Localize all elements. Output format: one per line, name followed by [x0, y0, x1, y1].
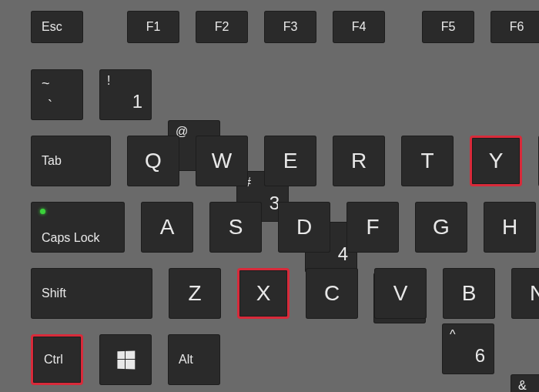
- key-e[interactable]: E: [264, 136, 316, 186]
- keyboard: Esc F1 F2 F3 F4 F5 F6 ~ ` ! 1 @ 2 # 3 $ …: [0, 0, 539, 392]
- key-q[interactable]: Q: [127, 136, 179, 186]
- key-7[interactable]: & 7: [511, 374, 539, 392]
- key-f3[interactable]: F3: [264, 11, 316, 43]
- key-x[interactable]: X: [237, 268, 290, 319]
- key-label: B: [462, 281, 477, 306]
- key-label: F4: [352, 20, 367, 34]
- key-label: C: [324, 281, 340, 306]
- key-label: F1: [146, 20, 161, 34]
- key-upper: ~: [42, 75, 50, 92]
- key-label: Y: [489, 149, 504, 173]
- key-z[interactable]: Z: [169, 268, 221, 319]
- key-label: S: [229, 215, 243, 240]
- key-label: Alt: [179, 353, 193, 367]
- key-r[interactable]: R: [333, 136, 385, 186]
- key-label: G: [433, 215, 450, 240]
- key-label: N: [530, 281, 539, 306]
- key-label: F2: [215, 20, 229, 34]
- key-g[interactable]: G: [415, 202, 467, 253]
- key-1[interactable]: ! 1: [99, 69, 152, 120]
- key-label: F3: [283, 20, 298, 34]
- key-label: V: [393, 281, 408, 306]
- key-label: E: [283, 149, 298, 173]
- key-f[interactable]: F: [346, 202, 399, 253]
- key-label: F: [366, 215, 379, 240]
- key-w[interactable]: W: [196, 136, 248, 186]
- key-label: F6: [510, 20, 524, 34]
- key-upper: ^: [450, 328, 456, 342]
- key-f4[interactable]: F4: [333, 11, 385, 43]
- key-upper: !: [107, 74, 110, 88]
- key-label: D: [296, 215, 312, 240]
- key-label: Ctrl: [44, 353, 63, 367]
- key-backtick[interactable]: ~ `: [31, 69, 83, 120]
- key-lower: 6: [475, 345, 485, 367]
- key-upper: &: [518, 379, 527, 392]
- key-label: X: [256, 281, 271, 306]
- key-v[interactable]: V: [374, 268, 427, 319]
- key-label: Esc: [42, 20, 62, 34]
- key-c[interactable]: C: [306, 268, 358, 319]
- key-shift[interactable]: Shift: [31, 268, 152, 319]
- key-lower: `: [48, 98, 52, 114]
- key-f5[interactable]: F5: [422, 11, 474, 43]
- key-label: Caps Lock: [42, 231, 100, 253]
- key-f6[interactable]: F6: [490, 11, 539, 43]
- key-b[interactable]: B: [443, 268, 495, 319]
- key-windows[interactable]: [99, 334, 152, 385]
- key-tab[interactable]: Tab: [31, 136, 111, 186]
- key-ctrl[interactable]: Ctrl: [31, 334, 83, 385]
- key-label: A: [160, 215, 175, 240]
- key-label: F5: [441, 20, 456, 34]
- key-label: Shift: [42, 286, 66, 300]
- key-a[interactable]: A: [141, 202, 193, 253]
- key-label: Z: [188, 281, 201, 306]
- key-label: Q: [145, 149, 162, 173]
- key-y[interactable]: Y: [470, 136, 522, 186]
- windows-icon: [117, 351, 134, 369]
- key-label: R: [351, 149, 367, 173]
- key-t[interactable]: T: [401, 136, 454, 186]
- key-f1[interactable]: F1: [127, 11, 179, 43]
- key-lower: 1: [132, 91, 142, 112]
- key-label: T: [420, 149, 434, 173]
- key-n[interactable]: N: [511, 268, 539, 319]
- key-alt[interactable]: Alt: [168, 334, 220, 385]
- key-label: W: [212, 149, 232, 173]
- key-6[interactable]: ^ 6: [442, 323, 494, 374]
- key-f2[interactable]: F2: [196, 11, 248, 43]
- key-d[interactable]: D: [278, 202, 330, 253]
- key-capslock[interactable]: Caps Lock: [31, 202, 125, 253]
- key-esc[interactable]: Esc: [31, 11, 83, 43]
- key-h[interactable]: H: [484, 202, 536, 253]
- key-label: Tab: [42, 154, 62, 168]
- capslock-led-icon: [40, 209, 45, 214]
- key-s[interactable]: S: [209, 202, 262, 253]
- key-label: H: [502, 215, 517, 240]
